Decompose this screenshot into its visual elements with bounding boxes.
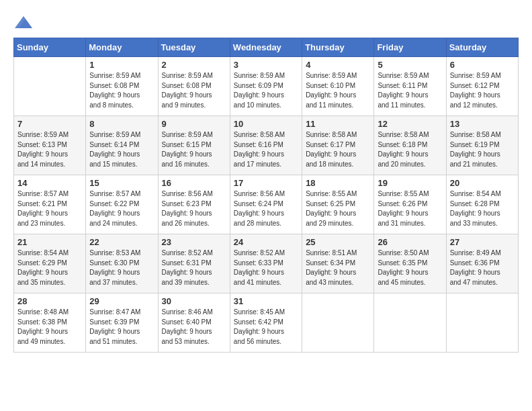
calendar-cell: 26Sunrise: 8:50 AMSunset: 6:35 PMDayligh… [374,234,446,293]
cell-info: Sunrise: 8:48 AMSunset: 6:38 PMDaylight:… [17,308,82,347]
calendar-cell: 25Sunrise: 8:51 AMSunset: 6:34 PMDayligh… [302,234,374,293]
day-number: 6 [450,60,515,70]
cell-info: Sunrise: 8:45 AMSunset: 6:42 PMDaylight:… [234,308,298,347]
cell-info: Sunrise: 8:59 AMSunset: 6:12 PMDaylight:… [450,71,515,110]
day-number: 29 [89,296,154,306]
cell-info: Sunrise: 8:50 AMSunset: 6:35 PMDaylight:… [378,248,442,287]
weekday-header: Wednesday [230,38,302,57]
cell-info: Sunrise: 8:58 AMSunset: 6:17 PMDaylight:… [306,130,370,169]
calendar-cell: 9Sunrise: 8:59 AMSunset: 6:15 PMDaylight… [158,116,230,175]
cell-info: Sunrise: 8:52 AMSunset: 6:31 PMDaylight:… [162,248,226,287]
calendar-cell: 10Sunrise: 8:58 AMSunset: 6:16 PMDayligh… [230,116,302,175]
cell-info: Sunrise: 8:57 AMSunset: 6:21 PMDaylight:… [17,189,82,228]
calendar-cell: 18Sunrise: 8:55 AMSunset: 6:25 PMDayligh… [302,175,374,234]
cell-info: Sunrise: 8:58 AMSunset: 6:18 PMDaylight:… [378,130,442,169]
cell-info: Sunrise: 8:59 AMSunset: 6:13 PMDaylight:… [17,130,82,169]
cell-info: Sunrise: 8:59 AMSunset: 6:09 PMDaylight:… [234,71,298,110]
calendar-cell: 30Sunrise: 8:46 AMSunset: 6:40 PMDayligh… [158,293,230,353]
cell-info: Sunrise: 8:49 AMSunset: 6:36 PMDaylight:… [450,248,515,287]
calendar-week-row: 21Sunrise: 8:54 AMSunset: 6:29 PMDayligh… [14,234,519,293]
day-number: 4 [306,60,370,70]
calendar-cell: 14Sunrise: 8:57 AMSunset: 6:21 PMDayligh… [14,175,86,234]
day-number: 23 [162,237,226,247]
calendar-cell: 2Sunrise: 8:59 AMSunset: 6:08 PMDaylight… [158,57,230,116]
calendar-cell: 11Sunrise: 8:58 AMSunset: 6:17 PMDayligh… [302,116,374,175]
cell-info: Sunrise: 8:51 AMSunset: 6:34 PMDaylight:… [306,248,370,287]
weekday-header: Thursday [302,38,374,57]
calendar-week-row: 14Sunrise: 8:57 AMSunset: 6:21 PMDayligh… [14,175,519,234]
calendar-cell [446,293,518,353]
calendar-cell: 21Sunrise: 8:54 AMSunset: 6:29 PMDayligh… [14,234,86,293]
day-number: 27 [450,237,515,247]
cell-info: Sunrise: 8:56 AMSunset: 6:24 PMDaylight:… [234,189,298,228]
calendar-cell: 28Sunrise: 8:48 AMSunset: 6:38 PMDayligh… [14,293,86,353]
day-number: 3 [234,60,298,70]
calendar-cell: 15Sunrise: 8:57 AMSunset: 6:22 PMDayligh… [86,175,158,234]
logo-icon [13,12,34,32]
day-number: 13 [450,119,515,129]
calendar-cell: 5Sunrise: 8:59 AMSunset: 6:11 PMDaylight… [374,57,446,116]
day-number: 8 [89,119,154,129]
day-number: 15 [89,178,154,188]
calendar-cell: 16Sunrise: 8:56 AMSunset: 6:23 PMDayligh… [158,175,230,234]
day-number: 14 [17,178,82,188]
calendar-cell: 22Sunrise: 8:53 AMSunset: 6:30 PMDayligh… [86,234,158,293]
day-number: 31 [234,296,298,306]
calendar-cell: 31Sunrise: 8:45 AMSunset: 6:42 PMDayligh… [230,293,302,353]
calendar-cell: 1Sunrise: 8:59 AMSunset: 6:08 PMDaylight… [86,57,158,116]
cell-info: Sunrise: 8:58 AMSunset: 6:16 PMDaylight:… [234,130,298,169]
cell-info: Sunrise: 8:59 AMSunset: 6:15 PMDaylight:… [162,130,226,169]
cell-info: Sunrise: 8:54 AMSunset: 6:29 PMDaylight:… [17,248,82,287]
calendar-page: SundayMondayTuesdayWednesdayThursdayFrid… [0,0,532,411]
calendar-cell: 20Sunrise: 8:54 AMSunset: 6:28 PMDayligh… [446,175,518,234]
calendar-cell: 23Sunrise: 8:52 AMSunset: 6:31 PMDayligh… [158,234,230,293]
day-number: 21 [17,237,82,247]
calendar-cell: 4Sunrise: 8:59 AMSunset: 6:10 PMDaylight… [302,57,374,116]
day-number: 22 [89,237,154,247]
day-number: 20 [450,178,515,188]
cell-info: Sunrise: 8:56 AMSunset: 6:23 PMDaylight:… [162,189,226,228]
cell-info: Sunrise: 8:59 AMSunset: 6:10 PMDaylight:… [306,71,370,110]
calendar-cell: 8Sunrise: 8:59 AMSunset: 6:14 PMDaylight… [86,116,158,175]
cell-info: Sunrise: 8:47 AMSunset: 6:39 PMDaylight:… [89,308,154,347]
header-row: SundayMondayTuesdayWednesdayThursdayFrid… [14,38,519,57]
cell-info: Sunrise: 8:55 AMSunset: 6:26 PMDaylight:… [378,189,442,228]
cell-info: Sunrise: 8:58 AMSunset: 6:19 PMDaylight:… [450,130,515,169]
calendar-cell: 19Sunrise: 8:55 AMSunset: 6:26 PMDayligh… [374,175,446,234]
day-number: 5 [378,60,442,70]
calendar-cell: 7Sunrise: 8:59 AMSunset: 6:13 PMDaylight… [14,116,86,175]
calendar-week-row: 7Sunrise: 8:59 AMSunset: 6:13 PMDaylight… [14,116,519,175]
cell-info: Sunrise: 8:59 AMSunset: 6:11 PMDaylight:… [378,71,442,110]
weekday-header: Friday [374,38,446,57]
day-number: 11 [306,119,370,129]
day-number: 28 [17,296,82,306]
weekday-header: Tuesday [158,38,230,57]
cell-info: Sunrise: 8:59 AMSunset: 6:08 PMDaylight:… [89,71,154,110]
cell-info: Sunrise: 8:46 AMSunset: 6:40 PMDaylight:… [162,308,226,347]
calendar-cell: 27Sunrise: 8:49 AMSunset: 6:36 PMDayligh… [446,234,518,293]
calendar-cell [302,293,374,353]
calendar-cell: 17Sunrise: 8:56 AMSunset: 6:24 PMDayligh… [230,175,302,234]
day-number: 26 [378,237,442,247]
weekday-header: Saturday [446,38,518,57]
cell-info: Sunrise: 8:57 AMSunset: 6:22 PMDaylight:… [89,189,154,228]
cell-info: Sunrise: 8:59 AMSunset: 6:08 PMDaylight:… [162,71,226,110]
header [13,12,519,32]
cell-info: Sunrise: 8:59 AMSunset: 6:14 PMDaylight:… [89,130,154,169]
calendar-week-row: 1Sunrise: 8:59 AMSunset: 6:08 PMDaylight… [14,57,519,116]
day-number: 17 [234,178,298,188]
cell-info: Sunrise: 8:54 AMSunset: 6:28 PMDaylight:… [450,189,515,228]
calendar-cell: 3Sunrise: 8:59 AMSunset: 6:09 PMDaylight… [230,57,302,116]
day-number: 7 [17,119,82,129]
cell-info: Sunrise: 8:52 AMSunset: 6:33 PMDaylight:… [234,248,298,287]
cell-info: Sunrise: 8:53 AMSunset: 6:30 PMDaylight:… [89,248,154,287]
day-number: 10 [234,119,298,129]
day-number: 24 [234,237,298,247]
cell-info: Sunrise: 8:55 AMSunset: 6:25 PMDaylight:… [306,189,370,228]
calendar-cell: 24Sunrise: 8:52 AMSunset: 6:33 PMDayligh… [230,234,302,293]
day-number: 1 [89,60,154,70]
calendar-cell [14,57,86,116]
calendar-cell: 29Sunrise: 8:47 AMSunset: 6:39 PMDayligh… [86,293,158,353]
day-number: 25 [306,237,370,247]
calendar-cell: 12Sunrise: 8:58 AMSunset: 6:18 PMDayligh… [374,116,446,175]
